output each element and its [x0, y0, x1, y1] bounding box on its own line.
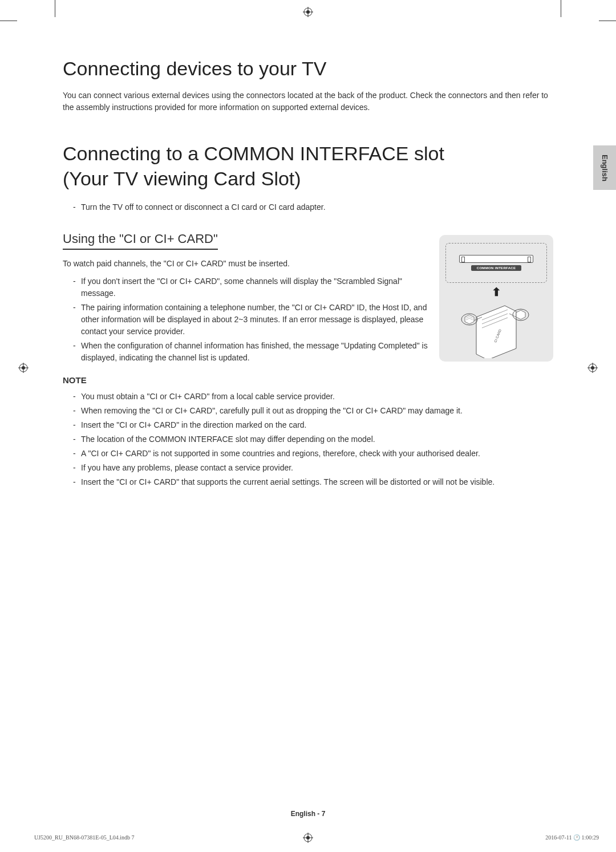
ci-bullet-list: If you don't insert the "CI or CI+ CARD"… [63, 275, 428, 364]
heading-common-interface: Connecting to a COMMON INTERFACE slot (Y… [63, 141, 473, 191]
list-item: If you have any problems, please contact… [73, 462, 553, 474]
footer-page-label: English - 7 [291, 810, 326, 818]
footer-timestamp: 2016-07-11 🕐 1:00:29 [545, 834, 599, 841]
ci-slot-diagram: COMMON INTERFACE ⬆ CI CARD [439, 235, 553, 362]
heading-using-ci-card: Using the "CI or CI+ CARD" [63, 232, 218, 250]
note-heading: NOTE [63, 375, 553, 385]
ci-intro-paragraph: To watch paid channels, the "CI or CI+ C… [63, 258, 428, 270]
list-item: Insert the "CI or CI+ CARD" in the direc… [73, 419, 553, 431]
arrow-up-icon: ⬆ [445, 285, 547, 299]
footer-doc-ref: UJ5200_RU_BN68-07381E-05_L04.indb 7 [34, 834, 135, 841]
list-item: When removing the "CI or CI+ CARD", care… [73, 405, 553, 417]
list-item: A "CI or CI+ CARD" is not supported in s… [73, 448, 553, 460]
ci-slot-icon [459, 255, 533, 263]
list-item: You must obtain a "CI or CI+ CARD" from … [73, 391, 553, 403]
svg-marker-16 [476, 306, 516, 358]
list-item: Insert the "CI or CI+ CARD" that support… [73, 476, 553, 488]
list-item: If you don't insert the "CI or CI+ CARD"… [73, 275, 428, 299]
list-item: The location of the COMMON INTERFACE slo… [73, 433, 553, 445]
list-item: When the configuration of channel inform… [73, 340, 428, 364]
heading-connecting-devices: Connecting devices to your TV [63, 57, 553, 80]
pre-list: Turn the TV off to connect or disconnect… [63, 201, 553, 213]
list-item: Turn the TV off to connect or disconnect… [73, 201, 553, 213]
slot-panel: COMMON INTERFACE [445, 243, 547, 283]
ci-slot-label: COMMON INTERFACE [471, 265, 521, 271]
list-item: The pairing information containing a tel… [73, 302, 428, 338]
intro-paragraph: You can connect various external devices… [63, 90, 553, 113]
note-bullet-list: You must obtain a "CI or CI+ CARD" from … [63, 391, 553, 488]
ci-card-illustration: CI CARD [445, 301, 547, 360]
